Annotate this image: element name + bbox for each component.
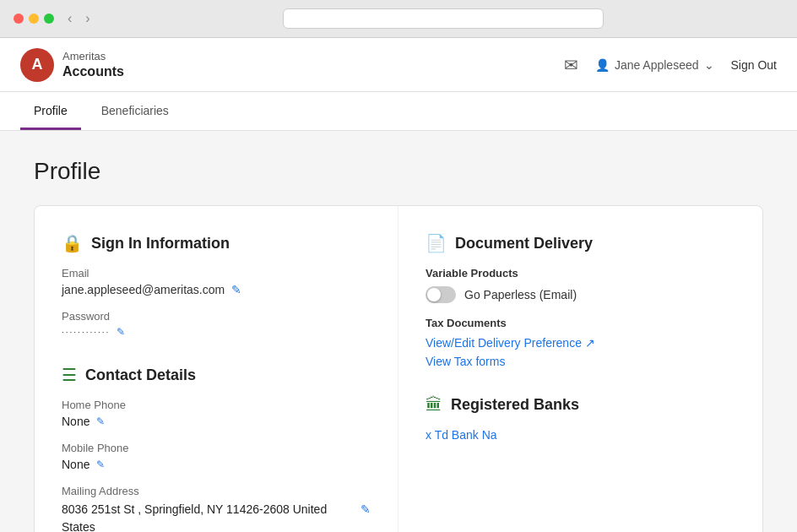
profile-card: 🔒 Sign In Information Email jane.applese… [34, 205, 763, 532]
password-dots: ············ [62, 328, 110, 337]
registered-banks-title: Registered Banks [451, 396, 579, 414]
logo-area: A Ameritas Accounts [20, 48, 124, 82]
right-column: 📄 Document Delivery Variable Products Go… [398, 206, 762, 532]
address-bar[interactable] [283, 8, 604, 29]
mobile-phone-edit-icon[interactable]: ✎ [96, 459, 105, 470]
mailing-address-group: Mailing Address 8036 251st St , Springfi… [62, 485, 371, 532]
bank-icon: 🏛 [426, 395, 442, 415]
mobile-phone-value: None [62, 458, 89, 471]
sign-in-header: 🔒 Sign In Information [62, 233, 371, 253]
minimize-button[interactable] [29, 14, 39, 24]
password-value-row: ············ ✎ [62, 326, 371, 338]
user-icon: 👤 [595, 58, 610, 72]
user-name: Jane Appleseed [615, 58, 699, 72]
registered-banks-header: 🏛 Registered Banks [426, 395, 735, 415]
paperless-label: Go Paperless (Email) [464, 288, 577, 301]
paperless-toggle[interactable] [426, 286, 456, 303]
page-title: Profile [34, 158, 763, 185]
nav-buttons: ‹ › [64, 11, 94, 26]
logo-icon: A [20, 48, 54, 82]
logo-text: Ameritas Accounts [62, 50, 124, 79]
card-grid: 🔒 Sign In Information Email jane.applese… [35, 206, 762, 532]
view-edit-delivery-text: View/Edit Delivery Preference [426, 336, 582, 350]
document-delivery-header: 📄 Document Delivery [426, 233, 735, 253]
product-name: Accounts [62, 63, 124, 79]
document-delivery-section: 📄 Document Delivery Variable Products Go… [426, 233, 735, 368]
home-phone-value-row: None ✎ [62, 415, 371, 428]
mail-icon[interactable]: ✉ [564, 55, 578, 75]
mailing-address-label: Mailing Address [62, 485, 371, 497]
back-button[interactable]: ‹ [64, 11, 75, 26]
bank-name: x Td Bank Na [426, 428, 497, 442]
close-button[interactable] [14, 14, 24, 24]
tax-documents-label: Tax Documents [426, 317, 735, 329]
address-edit-icon[interactable]: ✎ [361, 502, 371, 516]
home-phone-label: Home Phone [62, 399, 371, 411]
forward-button[interactable]: › [82, 11, 93, 26]
tab-beneficiaries[interactable]: Beneficiaries [88, 92, 182, 130]
mobile-phone-value-row: None ✎ [62, 458, 371, 471]
toggle-thumb [427, 288, 441, 301]
address-line2: States [62, 518, 327, 532]
address-text: 8036 251st St , Springfield, NY 11426-26… [62, 501, 327, 532]
view-tax-forms-link[interactable]: View Tax forms [426, 355, 735, 368]
mobile-phone-label: Mobile Phone [62, 442, 371, 454]
external-link-icon: ↗ [585, 336, 595, 350]
paperless-toggle-row: Go Paperless (Email) [426, 286, 735, 303]
email-value-row: jane.appleseed@ameritas.com ✎ [62, 283, 371, 296]
app-header: A Ameritas Accounts ✉ 👤 Jane Appleseed ⌄… [0, 38, 797, 92]
signout-button[interactable]: Sign Out [731, 58, 777, 72]
sign-in-section: 🔒 Sign In Information Email jane.applese… [62, 233, 371, 338]
registered-banks-section: 🏛 Registered Banks x Td Bank Na [426, 395, 735, 442]
document-delivery-title: Document Delivery [455, 235, 593, 252]
document-icon: 📄 [426, 233, 447, 253]
browser-chrome: ‹ › [0, 0, 797, 38]
password-field-group: Password ············ ✎ [62, 310, 371, 338]
page-content: Profile 🔒 Sign In Information Email jane… [0, 131, 797, 532]
nav-tabs: Profile Beneficiaries [0, 92, 797, 131]
sign-in-title: Sign In Information [91, 235, 230, 252]
tab-profile[interactable]: Profile [20, 92, 81, 130]
maximize-button[interactable] [44, 14, 54, 24]
email-value: jane.appleseed@ameritas.com [62, 283, 225, 296]
home-phone-edit-icon[interactable]: ✎ [96, 415, 105, 427]
left-column: 🔒 Sign In Information Email jane.applese… [35, 206, 398, 532]
address-row: 8036 251st St , Springfield, NY 11426-26… [62, 501, 371, 532]
contact-icon: ☰ [62, 365, 77, 385]
user-info[interactable]: 👤 Jane Appleseed ⌄ [595, 58, 714, 72]
bank-link[interactable]: x Td Bank Na [426, 428, 735, 442]
mobile-phone-group: Mobile Phone None ✎ [62, 442, 371, 471]
home-phone-value: None [62, 415, 89, 428]
address-line1: 8036 251st St , Springfield, NY 11426-26… [62, 501, 327, 518]
home-phone-group: Home Phone None ✎ [62, 399, 371, 428]
contact-title: Contact Details [85, 366, 196, 384]
password-edit-icon[interactable]: ✎ [117, 326, 125, 338]
contact-header: ☰ Contact Details [62, 365, 371, 385]
email-field-group: Email jane.appleseed@ameritas.com ✎ [62, 267, 371, 296]
view-tax-forms-text: View Tax forms [426, 355, 505, 368]
view-edit-delivery-link[interactable]: View/Edit Delivery Preference ↗ [426, 336, 735, 350]
password-label: Password [62, 310, 371, 323]
traffic-lights [14, 14, 54, 24]
contact-section: ☰ Contact Details Home Phone None ✎ Mobi… [62, 365, 371, 532]
email-edit-icon[interactable]: ✎ [231, 283, 241, 296]
lock-icon: 🔒 [62, 233, 83, 253]
dropdown-icon: ⌄ [704, 58, 714, 72]
variable-products-label: Variable Products [426, 267, 735, 280]
company-name: Ameritas [62, 50, 124, 63]
email-label: Email [62, 267, 371, 280]
header-right: ✉ 👤 Jane Appleseed ⌄ Sign Out [564, 55, 777, 75]
